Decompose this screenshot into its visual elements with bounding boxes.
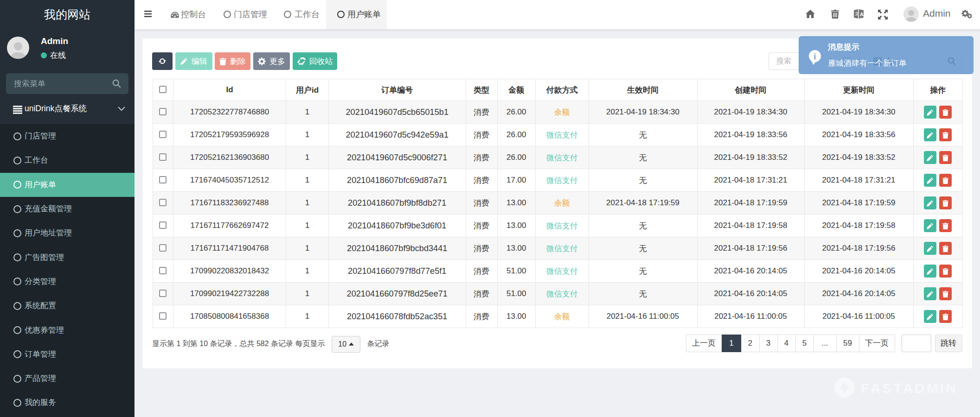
svg-text:i: i	[813, 51, 816, 61]
svg-text:A: A	[860, 12, 864, 17]
svg-text:文: 文	[855, 12, 859, 16]
